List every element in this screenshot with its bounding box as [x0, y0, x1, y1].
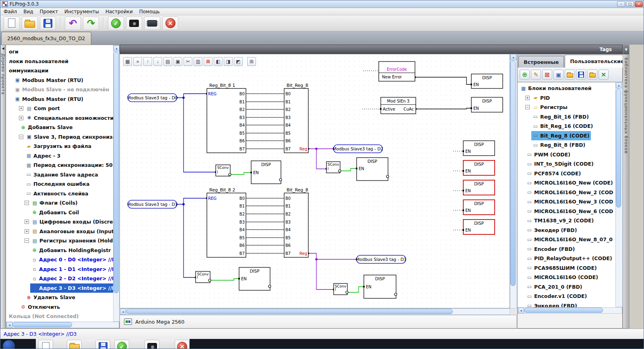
disp-block[interactable]: DISPEN	[462, 141, 495, 156]
tree-item[interactable]: ▣Modbus Master (RTU)	[6, 76, 114, 85]
project-tree-vscrollbar[interactable]: ▴	[113, 45, 120, 322]
scheme-button[interactable]: ⊞	[247, 57, 256, 66]
tab-project[interactable]: 2560_modbus_fx3u_D0_TO_D2	[1, 32, 91, 45]
tree-item[interactable]: ▫Адрес 0 - D0 <Integer> //D0	[6, 255, 114, 265]
tree-item[interactable]: +▤Цифровые входы (DiscreteInp	[6, 217, 114, 227]
diagram-canvas[interactable]: Reg_Bit_8 1REGB0B1B2B3B4B5B6B7Bit_Reg_8B…	[120, 54, 510, 308]
blocks-vscrollbar[interactable]: ▴	[615, 82, 623, 307]
tree-item[interactable]: ▭Encoder.v1 (CODE)	[518, 292, 615, 301]
tree-item[interactable]: ▭TM1638_v9_2 (CODE)	[518, 216, 615, 226]
scroll-up-icon[interactable]: ▴	[616, 82, 622, 88]
tree-item[interactable]: ▭Reg_Bit_16 (FBD)	[518, 112, 615, 122]
add-block-button[interactable]: ⊕	[520, 70, 530, 80]
tree-item[interactable]: ⊕Добавить Coil	[6, 208, 114, 218]
delete-button[interactable]: ⊠	[204, 57, 213, 66]
disp-block[interactable]: DISPEN	[471, 97, 503, 112]
scrollbar-thumb[interactable]	[126, 309, 453, 314]
tree-item[interactable]: оги	[6, 47, 114, 57]
copy-button[interactable]: ▣	[173, 57, 182, 66]
menu-Файл[interactable]: Файл	[0, 8, 20, 15]
modbus-tag[interactable]: Modbus Slave3 tag - D2	[333, 145, 383, 153]
verify-button[interactable]: ✓	[108, 16, 124, 30]
disp-block[interactable]: DISPEN	[462, 220, 495, 234]
fbd-block-bit-reg-8[interactable]: Bit_Reg_8B0B1B2B3B4B5B6B7Reg	[284, 187, 308, 257]
sconv-block[interactable]: SConvI	[326, 162, 341, 173]
save-project-button[interactable]	[40, 16, 56, 30]
tree-item[interactable]: ▭PCA_201_0 (FBD)	[518, 282, 615, 292]
tree-item[interactable]: −▤Регистры хранения (HoldingRe	[6, 236, 114, 246]
move-up-button[interactable]: ↑	[143, 57, 152, 66]
canvas-vscrollbar[interactable]: ▴	[510, 54, 517, 308]
delete-block-button[interactable]: ⊠	[542, 70, 552, 80]
menu-Помощь[interactable]: Помощь	[136, 8, 163, 15]
menu-Инструменты[interactable]: Инструменты	[61, 8, 102, 15]
modbus-tag[interactable]: Modbus Slave3 tag - D3	[356, 255, 406, 263]
scroll-up-icon[interactable]: ▴	[510, 54, 516, 60]
disp-block[interactable]: DISPEN	[462, 160, 495, 175]
project-tree-hscrollbar[interactable]: ◂	[6, 322, 119, 328]
mirror-left-button[interactable]: ◧	[214, 57, 223, 66]
expand-icon[interactable]: +	[19, 116, 23, 120]
compile-button[interactable]	[126, 16, 142, 30]
tree-item[interactable]: ▭MICROL16I16O (CODE)	[518, 273, 615, 282]
save-block-button[interactable]	[576, 70, 586, 80]
tree-item[interactable]: ▭Эекодер (FBD)	[518, 226, 615, 235]
collapse-icon[interactable]: −	[25, 201, 29, 205]
collapse-icon[interactable]: −	[525, 105, 530, 109]
disp-block[interactable]: DISPEN	[238, 267, 271, 290]
sconv-block[interactable]: SConvI	[216, 165, 231, 176]
redo-button[interactable]: ↷	[83, 16, 99, 30]
tree-item[interactable]: ▣Modbus Slave - не подключён	[6, 85, 114, 94]
tree-item[interactable]: ▦Блоки пользователей	[518, 84, 615, 93]
scroll-left-icon[interactable]: ◂	[120, 309, 126, 315]
tree-item[interactable]: −▤Флаги (Coils)	[6, 198, 114, 208]
tab-builtin[interactable]: Встроенные	[518, 56, 564, 68]
menu-Вид[interactable]: Вид	[20, 8, 36, 15]
scrollbar-thumb[interactable]	[524, 308, 603, 313]
expand-icon[interactable]: +	[25, 220, 29, 224]
fbd-block-reg-bit-8-2[interactable]: Reg_Bit_8 2REGB0B1B2B3B4B5B6B7	[207, 187, 246, 257]
tree-item[interactable]: ▫Адрес 3 - D3 <Integer> //D3	[6, 283, 114, 293]
disp-block[interactable]: DISPEN	[363, 275, 397, 298]
tree-item[interactable]: Кольца (Not Connected)	[6, 312, 114, 321]
flip-button[interactable]: ◩	[234, 57, 243, 66]
close-button[interactable]: ✕	[635, 1, 643, 7]
undo-button[interactable]: ↶	[65, 16, 81, 30]
tab-user-blocks[interactable]: Пользовательские	[565, 55, 629, 68]
grid-button[interactable]: ▦	[123, 57, 132, 66]
tree-item[interactable]: ▭Последняя ошибка	[6, 179, 114, 189]
tree-item[interactable]: ▦Адрес - 3	[6, 151, 114, 161]
open-project-button[interactable]	[67, 340, 82, 349]
tree-item[interactable]: −▣Slave 3, Период синхронизации:	[6, 132, 114, 142]
menu-Настройки[interactable]: Настройки	[102, 8, 136, 15]
load-block-button[interactable]	[587, 70, 597, 80]
fbd-block-reg-bit-8-1[interactable]: Reg_Bit_8 1REGB0B1B2B3B4B5B6B7	[207, 83, 246, 153]
collapse-icon[interactable]: −	[25, 238, 29, 243]
start-orb-icon[interactable]	[3, 340, 15, 349]
expand-icon[interactable]: +	[525, 96, 530, 100]
blocks-hscrollbar[interactable]: ◂	[518, 307, 622, 314]
tree-item[interactable]: ▦Период синхронизации: 50 mil	[6, 160, 114, 170]
fbd-diagram[interactable]: Reg_Bit_8 1REGB0B1B2B3B4B5B6B7Bit_Reg_8B…	[120, 54, 510, 308]
sconv-block[interactable]: SConvI	[334, 283, 348, 295]
disp-block[interactable]: DISPEN	[250, 161, 282, 184]
scroll-up-icon[interactable]: ▴	[114, 45, 120, 51]
fbd-block-bit-reg-8[interactable]: Bit_Reg_8B0B1B2B3B4B5B6B7Reg	[284, 83, 308, 153]
fbd-block-new-error[interactable]: ErrorCodeNew Error	[379, 62, 415, 81]
scrollbar-thumb[interactable]	[510, 61, 516, 286]
stop-button[interactable]: ✕	[162, 16, 178, 30]
canvas-hscrollbar[interactable]: ◂	[120, 308, 510, 315]
tree-item[interactable]: ▭Encoder (FBD)	[518, 244, 615, 254]
tree-item[interactable]: −▱Регистры	[518, 103, 615, 112]
maximize-button[interactable]: □	[626, 1, 634, 7]
tree-item[interactable]: ▭MICROL16I16O_New_3 (COD	[518, 197, 615, 207]
tree-item[interactable]: ▭Bit_Reg_16 (CODE)	[518, 121, 615, 131]
tree-item[interactable]: ▭Энкодер (FBD)	[518, 301, 615, 308]
sheet-button[interactable]: ▤	[163, 57, 172, 66]
expand-icon[interactable]: +	[25, 229, 29, 234]
copy-block-button[interactable]: ▣	[553, 70, 564, 80]
disp-block[interactable]: DISPEN	[356, 158, 389, 181]
modbus-tag[interactable]: Modbus Slave3 tag - D1	[127, 200, 178, 208]
tree-item[interactable]: ⊘Отключить	[6, 302, 114, 312]
tree-item[interactable]: ▭PWM (CODE)	[518, 150, 615, 160]
